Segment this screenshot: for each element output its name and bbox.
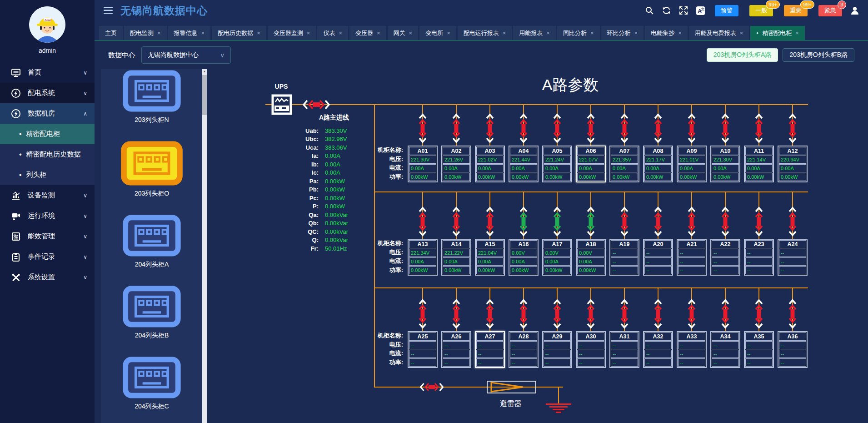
breaker-open-icon[interactable] xyxy=(484,112,495,146)
cabinet-box[interactable]: A22------ xyxy=(710,239,740,276)
cabinet-box[interactable]: A33------ xyxy=(677,331,707,368)
breaker-open-icon[interactable] xyxy=(753,112,764,146)
arrester-icon[interactable] xyxy=(487,381,536,393)
bottom-breaker-icon[interactable] xyxy=(419,381,445,395)
tab-close-icon[interactable]: × xyxy=(795,30,799,36)
menu-collapse-icon[interactable] xyxy=(104,6,114,15)
tab-energy-fee-report[interactable]: 用能及电费报表× xyxy=(689,26,749,40)
breaker-closed-icon[interactable] xyxy=(552,206,563,239)
cabinet-box[interactable]: A07221.35V0.00A0.00kW xyxy=(609,146,639,182)
language-icon[interactable]: A文 xyxy=(696,6,705,15)
breaker-open-icon[interactable] xyxy=(552,112,563,146)
tab-close-icon[interactable]: × xyxy=(740,30,743,36)
cabinet-box[interactable]: A11221.14V0.00A0.00kW xyxy=(744,146,774,182)
tab-transformer[interactable]: 变压器× xyxy=(349,26,386,40)
cabinet-box[interactable]: A31------ xyxy=(609,331,639,368)
cabinet-box[interactable]: A19------ xyxy=(609,239,639,276)
cabinet-box[interactable]: A30------ xyxy=(576,331,606,368)
breaker-open-icon[interactable] xyxy=(484,298,495,332)
fullscreen-icon[interactable] xyxy=(679,6,688,15)
breaker-open-icon[interactable] xyxy=(720,298,731,332)
route-a-button[interactable]: 203机房O列头柜A路 xyxy=(707,48,778,62)
scrollbar-thumb[interactable] xyxy=(202,75,207,115)
cabinet-box[interactable]: A13221.34V0.00A0.00kW xyxy=(408,239,438,276)
main-breaker-icon[interactable] xyxy=(301,98,331,113)
cabinet-box[interactable]: A14221.22V0.00A0.00kW xyxy=(441,239,471,276)
cabinet-box[interactable]: A35------ xyxy=(744,331,774,368)
breaker-open-icon[interactable] xyxy=(451,298,462,332)
cabinet-box[interactable]: A25------ xyxy=(408,331,438,368)
cabinet-box[interactable]: A27------ xyxy=(475,331,505,368)
breaker-open-icon[interactable] xyxy=(787,298,798,332)
breaker-open-icon[interactable] xyxy=(417,298,428,332)
breaker-open-icon[interactable] xyxy=(484,206,495,239)
tab-alarm-info[interactable]: 报警信息× xyxy=(168,26,211,40)
cabinet-box[interactable]: A180.00V0.00A0.00kW xyxy=(576,239,606,276)
refresh-icon[interactable] xyxy=(662,6,671,15)
tab-close-icon[interactable]: × xyxy=(157,30,161,36)
alert-button-forewarn[interactable]: 预警 xyxy=(715,5,738,16)
cabinet-box[interactable]: A05221.24V0.00A0.00kW xyxy=(542,146,572,182)
tab-home[interactable]: 主页 xyxy=(99,26,123,40)
search-icon[interactable] xyxy=(645,6,654,15)
sidebar-subitem-precision-cabinet[interactable]: •精密配电柜 xyxy=(0,124,95,144)
tab-close-icon[interactable]: × xyxy=(634,30,638,36)
sidebar-item-energy-mgmt[interactable]: 能效管理∨ xyxy=(0,226,95,247)
breaker-open-icon[interactable] xyxy=(787,206,798,239)
cabinet-item-203-n[interactable]: 203列头柜N xyxy=(101,70,202,124)
breaker-open-icon[interactable] xyxy=(653,112,663,146)
cabinet-box[interactable]: A09221.01V0.00A0.00kW xyxy=(677,146,707,182)
tab-close-icon[interactable]: × xyxy=(257,30,260,36)
cabinet-box[interactable]: A08221.17V0.00A0.00kW xyxy=(643,146,673,182)
cabinet-box[interactable]: A01221.30V0.00A0.00kW xyxy=(408,146,438,182)
sidebar-item-data-room[interactable]: 数据机房∧ xyxy=(0,103,95,124)
tab-energy-report[interactable]: 用能报表× xyxy=(513,26,556,40)
cabinet-box[interactable]: A03221.02V0.00A0.00kW xyxy=(475,146,505,182)
tab-precision-cabinet[interactable]: ●精密配电柜× xyxy=(750,26,804,40)
cabinet-box[interactable]: A36------ xyxy=(778,331,808,368)
cabinet-box[interactable]: A10221.30V0.00A0.00kW xyxy=(710,146,740,182)
breaker-open-icon[interactable] xyxy=(585,298,596,332)
breaker-open-icon[interactable] xyxy=(686,206,697,239)
tab-close-icon[interactable]: × xyxy=(377,30,380,36)
cabinet-box[interactable]: A02221.26V0.00A0.00kW xyxy=(441,146,471,182)
breaker-open-icon[interactable] xyxy=(451,206,462,239)
tab-yoy-analysis[interactable]: 同比分析× xyxy=(557,26,600,40)
breaker-open-icon[interactable] xyxy=(619,298,630,332)
tab-close-icon[interactable]: × xyxy=(590,30,594,36)
tab-mom-analysis[interactable]: 环比分析× xyxy=(601,26,644,40)
breaker-open-icon[interactable] xyxy=(417,112,428,146)
cabinet-list-scrollbar[interactable]: ▲ xyxy=(202,69,207,423)
breaker-open-icon[interactable] xyxy=(518,298,529,332)
cabinet-box[interactable]: A24------ xyxy=(778,239,808,276)
tab-close-icon[interactable]: × xyxy=(339,30,342,36)
sidebar-subitem-row-cabinet[interactable]: •列头柜 xyxy=(0,165,95,185)
cabinet-box[interactable]: A20------ xyxy=(643,239,673,276)
cabinet-box[interactable]: A12220.94V0.00A0.00kW xyxy=(778,146,808,182)
tab-close-icon[interactable]: × xyxy=(503,30,506,36)
tab-power-run-report[interactable]: 配电运行报表× xyxy=(458,26,512,40)
route-b-button[interactable]: 203机房O列头柜B路 xyxy=(783,48,854,62)
tab-meter[interactable]: 仪表× xyxy=(317,26,348,40)
cabinet-box[interactable]: A32------ xyxy=(643,331,673,368)
ups-icon[interactable] xyxy=(271,94,292,117)
tab-close-icon[interactable]: × xyxy=(307,30,310,36)
breaker-open-icon[interactable] xyxy=(753,298,764,332)
tab-close-icon[interactable]: × xyxy=(447,30,450,36)
breaker-open-icon[interactable] xyxy=(720,206,731,239)
breaker-open-icon[interactable] xyxy=(619,206,630,239)
cabinet-box[interactable]: A23------ xyxy=(744,239,774,276)
cabinet-item-204-c[interactable]: 204列头柜C xyxy=(101,357,202,411)
tab-transformer-monitor[interactable]: 变压器监测× xyxy=(268,26,316,40)
tab-meter-reading[interactable]: 电能集抄× xyxy=(645,26,688,40)
cabinet-item-203-o[interactable]: 203列头柜O xyxy=(101,141,202,198)
breaker-open-icon[interactable] xyxy=(417,206,428,239)
breaker-open-icon[interactable] xyxy=(451,112,462,146)
breaker-open-icon[interactable] xyxy=(787,112,798,146)
tab-substation[interactable]: 变电所× xyxy=(419,26,456,40)
tab-close-icon[interactable]: × xyxy=(409,30,413,36)
breaker-open-icon[interactable] xyxy=(720,112,731,146)
cabinet-box[interactable]: A160.00V0.00A0.00kW xyxy=(509,239,539,276)
cabinet-item-204-b[interactable]: 204列头柜B xyxy=(101,286,202,340)
tab-power-history[interactable]: 配电历史数据× xyxy=(212,26,266,40)
